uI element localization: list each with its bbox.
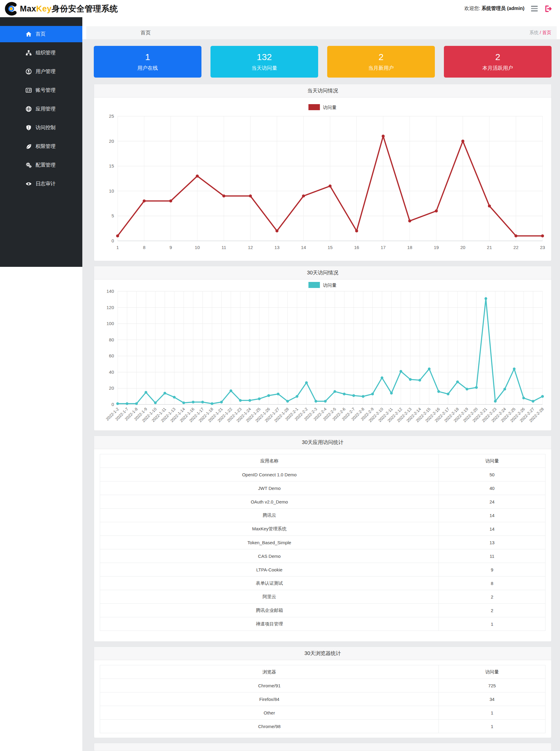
- sidebar-item-label: 日志审计: [36, 180, 56, 187]
- svg-text:40: 40: [109, 369, 114, 374]
- svg-text:15: 15: [109, 163, 114, 169]
- table-cell: 13: [439, 536, 545, 550]
- table-cell: 725: [439, 679, 545, 692]
- stat-card-new-users: 2 当月新用户: [327, 46, 435, 78]
- sidebar-item-audit[interactable]: 日志审计: [0, 176, 82, 192]
- column-header: 访问量: [439, 665, 545, 679]
- table-row: 禅道项目管理1: [100, 617, 545, 631]
- table-cell: 1: [439, 617, 545, 631]
- table-cell: MaxKey管理系统: [100, 522, 439, 536]
- sidebar-item-config[interactable]: 配置管理: [0, 157, 82, 173]
- brand: MaxKey身份安全管理系统: [4, 2, 118, 16]
- table-cell: 阿里云: [100, 590, 439, 604]
- svg-text:0: 0: [112, 238, 114, 243]
- sidebar-item-home[interactable]: 首页: [0, 26, 82, 42]
- app-header: MaxKey身份安全管理系统 欢迎您: 系统管理员 (admin): [0, 0, 560, 17]
- table-cell: Token_Based_Simple: [100, 536, 439, 550]
- sidebar-item-apps[interactable]: 应用管理: [0, 101, 82, 117]
- stat-value: 2: [444, 52, 552, 62]
- sidebar-item-permissions[interactable]: 权限管理: [0, 138, 82, 155]
- table-cell: LTPA-Cookie: [100, 563, 439, 577]
- breadcrumb-separator: /: [540, 30, 541, 35]
- svg-text:80: 80: [109, 337, 114, 342]
- table-cell: 11: [439, 550, 545, 563]
- table-row: 阿里云2: [100, 590, 545, 604]
- column-header: 访问量: [439, 454, 545, 468]
- panel-title: 当天访问情况: [94, 84, 551, 97]
- svg-text:18: 18: [407, 245, 412, 250]
- sidebar-item-label: 应用管理: [36, 105, 56, 112]
- table-row: JWT Demo40: [100, 481, 545, 495]
- table-row: 腾讯云14: [100, 508, 545, 522]
- today-visits-line-chart: 0510152025189101112131415161718192021222…: [94, 97, 551, 261]
- sidebar-item-orgs[interactable]: 组织管理: [0, 45, 82, 61]
- breadcrumb: 首页 系统/首页: [86, 26, 557, 39]
- menu-toggle-icon[interactable]: [531, 6, 538, 12]
- column-header: 应用名称: [100, 454, 439, 468]
- panel-title: 30天应用访问统计: [94, 436, 551, 449]
- table-cell: JWT Demo: [100, 481, 439, 495]
- table-row: Chrome/91725: [100, 679, 545, 692]
- table-header-row: 浏览器访问量: [100, 665, 545, 679]
- sidebar-column: 首页 组织管理 用户管理 账号管理 应用管理 访问控制: [0, 17, 82, 751]
- svg-text:0: 0: [112, 402, 114, 407]
- table-header-row: 应用名称访问量: [100, 454, 545, 468]
- app-title: MaxKey身份安全管理系统: [20, 3, 118, 14]
- panel-month-visits: 30天访问情况 0204060801001201402022-1-22022-1…: [94, 266, 552, 431]
- svg-text:11: 11: [222, 245, 226, 250]
- logout-icon[interactable]: [544, 5, 552, 12]
- table-cell: 34: [439, 692, 545, 706]
- table-row: LTPA-Cookie9: [100, 563, 545, 577]
- svg-text:10: 10: [109, 188, 114, 193]
- sidebar-item-label: 用户管理: [36, 68, 56, 75]
- breadcrumb-current-link[interactable]: 首页: [542, 30, 551, 35]
- page-title: 首页: [86, 29, 151, 36]
- stat-label: 当天访问量: [211, 64, 318, 72]
- stat-card-today-visits: 132 当天访问量: [211, 46, 318, 78]
- table-cell: Chrome/98: [100, 719, 439, 733]
- svg-text:8: 8: [143, 245, 145, 250]
- panel-header: 30天应用访问统计: [94, 436, 551, 449]
- table-row: CAS Demo11: [100, 550, 545, 563]
- svg-text:22: 22: [514, 245, 519, 250]
- sidebar-item-label: 访问控制: [36, 124, 56, 131]
- svg-text:20: 20: [109, 138, 114, 144]
- svg-text:13: 13: [275, 245, 280, 250]
- svg-text:23: 23: [540, 245, 545, 250]
- month-visits-line-chart: 0204060801001201402022-1-22022-1-72022-1…: [94, 280, 551, 431]
- breadcrumb-root-link[interactable]: 系统: [529, 30, 539, 35]
- sidebar-item-label: 组织管理: [36, 50, 56, 56]
- svg-text:120: 120: [106, 305, 114, 310]
- table-row: OAuth v2.0_Demo24: [100, 495, 545, 508]
- svg-text:25: 25: [109, 114, 114, 119]
- eye-icon: [26, 181, 32, 187]
- panel-header: 30天浏览器统计: [94, 647, 551, 660]
- stat-label: 本月活跃用户: [444, 64, 552, 72]
- sidebar-item-label: 配置管理: [36, 162, 56, 169]
- stat-value: 132: [211, 52, 318, 62]
- cogs-icon: [26, 162, 32, 168]
- table-row: Other1: [100, 706, 545, 719]
- svg-text:5: 5: [112, 213, 114, 218]
- app-stats-table: 应用名称访问量OpenID Connect 1.0 Demo50JWT Demo…: [100, 454, 545, 631]
- table-cell: OAuth v2.0_Demo: [100, 495, 439, 508]
- table-cell: 表单认证测试: [100, 577, 439, 590]
- table-row: MaxKey管理系统14: [100, 522, 545, 536]
- sidebar-item-accounts[interactable]: 账号管理: [0, 82, 82, 98]
- sidebar-item-users[interactable]: 用户管理: [0, 63, 82, 80]
- svg-text:19: 19: [434, 245, 439, 250]
- svg-text:访问量: 访问量: [323, 283, 337, 288]
- panel-title: 30天访问情况: [94, 266, 551, 280]
- leaf-icon: [26, 143, 32, 149]
- table-cell: 腾讯云: [100, 508, 439, 522]
- sidebar-item-access-control[interactable]: 访问控制: [0, 119, 82, 136]
- table-cell: 1: [439, 706, 545, 719]
- partial-panel: [94, 743, 552, 751]
- svg-text:100: 100: [106, 321, 114, 326]
- table-cell: CAS Demo: [100, 550, 439, 563]
- home-icon: [26, 31, 32, 37]
- stat-card-active-users: 2 本月活跃用户: [444, 46, 552, 78]
- svg-text:10: 10: [195, 245, 200, 250]
- sidebar-item-label: 首页: [36, 31, 45, 37]
- table-cell: 14: [439, 508, 545, 522]
